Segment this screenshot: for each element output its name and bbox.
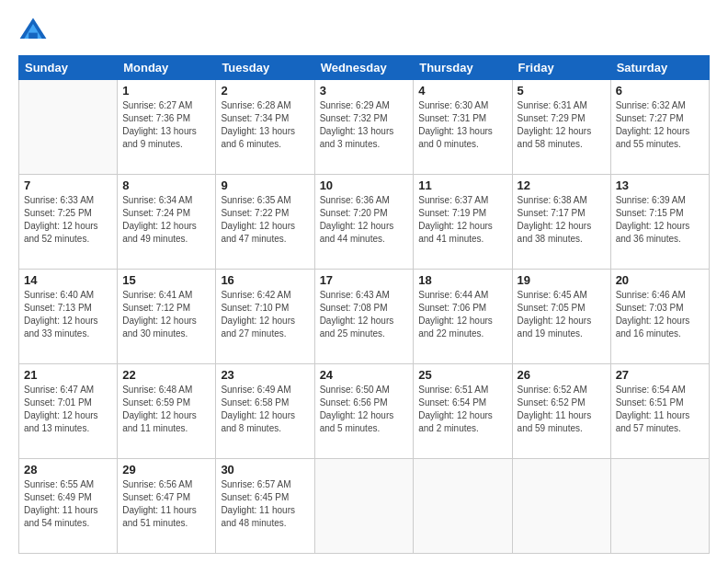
calendar-body: 1Sunrise: 6:27 AMSunset: 7:36 PMDaylight… xyxy=(19,80,710,554)
calendar-cell: 20Sunrise: 6:46 AMSunset: 7:03 PMDayligh… xyxy=(610,270,709,364)
day-info: Sunrise: 6:46 AMSunset: 7:03 PMDaylight:… xyxy=(616,289,704,340)
calendar-cell: 26Sunrise: 6:52 AMSunset: 6:52 PMDayligh… xyxy=(512,364,610,459)
day-info: Sunrise: 6:36 AMSunset: 7:20 PMDaylight:… xyxy=(320,194,409,246)
day-number: 12 xyxy=(518,178,606,192)
day-info: Sunrise: 6:33 AMSunset: 7:25 PMDaylight:… xyxy=(24,194,112,246)
day-info: Sunrise: 6:37 AMSunset: 7:19 PMDaylight:… xyxy=(418,194,506,246)
calendar-cell: 2Sunrise: 6:28 AMSunset: 7:34 PMDaylight… xyxy=(216,80,314,175)
calendar-cell: 16Sunrise: 6:42 AMSunset: 7:10 PMDayligh… xyxy=(216,270,314,364)
day-number: 17 xyxy=(320,273,409,287)
day-number: 15 xyxy=(122,273,210,287)
day-info: Sunrise: 6:27 AMSunset: 7:36 PMDaylight:… xyxy=(122,99,210,151)
calendar-cell: 25Sunrise: 6:51 AMSunset: 6:54 PMDayligh… xyxy=(414,364,512,459)
header xyxy=(18,17,710,46)
week-row-4: 28Sunrise: 6:55 AMSunset: 6:49 PMDayligh… xyxy=(19,459,710,554)
day-of-week-friday: Friday xyxy=(512,56,610,80)
day-info: Sunrise: 6:52 AMSunset: 6:52 PMDaylight:… xyxy=(518,384,606,435)
day-info: Sunrise: 6:38 AMSunset: 7:17 PMDaylight:… xyxy=(518,194,606,246)
day-info: Sunrise: 6:49 AMSunset: 6:58 PMDaylight:… xyxy=(221,384,309,435)
day-number: 24 xyxy=(320,368,409,382)
day-number: 11 xyxy=(418,178,506,192)
day-info: Sunrise: 6:32 AMSunset: 7:27 PMDaylight:… xyxy=(616,99,704,151)
day-number: 3 xyxy=(320,84,409,98)
day-of-week-sunday: Sunday xyxy=(19,56,118,80)
day-of-week-wednesday: Wednesday xyxy=(314,56,414,80)
day-info: Sunrise: 6:57 AMSunset: 6:45 PMDaylight:… xyxy=(221,478,309,530)
day-number: 5 xyxy=(518,84,606,98)
day-info: Sunrise: 6:40 AMSunset: 7:13 PMDaylight:… xyxy=(24,289,112,340)
day-number: 21 xyxy=(24,368,112,382)
day-number: 13 xyxy=(616,178,704,192)
page: SundayMondayTuesdayWednesdayThursdayFrid… xyxy=(0,0,728,563)
day-info: Sunrise: 6:54 AMSunset: 6:51 PMDaylight:… xyxy=(616,384,704,435)
day-info: Sunrise: 6:43 AMSunset: 7:08 PMDaylight:… xyxy=(320,289,409,340)
day-info: Sunrise: 6:35 AMSunset: 7:22 PMDaylight:… xyxy=(221,194,309,246)
day-of-week-tuesday: Tuesday xyxy=(216,56,314,80)
calendar-cell: 9Sunrise: 6:35 AMSunset: 7:22 PMDaylight… xyxy=(216,175,314,270)
day-info: Sunrise: 6:47 AMSunset: 7:01 PMDaylight:… xyxy=(24,384,112,435)
day-info: Sunrise: 6:31 AMSunset: 7:29 PMDaylight:… xyxy=(518,99,606,151)
day-number: 1 xyxy=(122,84,210,98)
day-info: Sunrise: 6:50 AMSunset: 6:56 PMDaylight:… xyxy=(320,384,409,435)
day-number: 22 xyxy=(122,368,210,382)
day-number: 2 xyxy=(221,84,309,98)
day-number: 6 xyxy=(616,84,704,98)
calendar-cell: 1Sunrise: 6:27 AMSunset: 7:36 PMDaylight… xyxy=(118,80,216,175)
calendar-cell: 22Sunrise: 6:48 AMSunset: 6:59 PMDayligh… xyxy=(118,364,216,459)
week-row-0: 1Sunrise: 6:27 AMSunset: 7:36 PMDaylight… xyxy=(19,80,710,175)
week-row-2: 14Sunrise: 6:40 AMSunset: 7:13 PMDayligh… xyxy=(19,270,710,364)
logo xyxy=(18,17,51,46)
day-info: Sunrise: 6:28 AMSunset: 7:34 PMDaylight:… xyxy=(221,99,309,151)
day-number: 25 xyxy=(418,368,506,382)
day-info: Sunrise: 6:55 AMSunset: 6:49 PMDaylight:… xyxy=(24,478,112,530)
day-number: 18 xyxy=(418,273,506,287)
days-of-week-row: SundayMondayTuesdayWednesdayThursdayFrid… xyxy=(19,56,710,80)
calendar-cell: 24Sunrise: 6:50 AMSunset: 6:56 PMDayligh… xyxy=(314,364,414,459)
week-row-1: 7Sunrise: 6:33 AMSunset: 7:25 PMDaylight… xyxy=(19,175,710,270)
day-number: 27 xyxy=(616,368,704,382)
calendar-cell: 5Sunrise: 6:31 AMSunset: 7:29 PMDaylight… xyxy=(512,80,610,175)
day-info: Sunrise: 6:51 AMSunset: 6:54 PMDaylight:… xyxy=(418,384,506,435)
svg-rect-2 xyxy=(28,33,38,39)
calendar-cell: 17Sunrise: 6:43 AMSunset: 7:08 PMDayligh… xyxy=(314,270,414,364)
calendar-cell: 11Sunrise: 6:37 AMSunset: 7:19 PMDayligh… xyxy=(414,175,512,270)
calendar-cell: 10Sunrise: 6:36 AMSunset: 7:20 PMDayligh… xyxy=(314,175,414,270)
calendar-cell: 27Sunrise: 6:54 AMSunset: 6:51 PMDayligh… xyxy=(610,364,709,459)
day-info: Sunrise: 6:30 AMSunset: 7:31 PMDaylight:… xyxy=(418,99,506,151)
calendar-cell: 23Sunrise: 6:49 AMSunset: 6:58 PMDayligh… xyxy=(216,364,314,459)
day-number: 16 xyxy=(221,273,309,287)
calendar-table: SundayMondayTuesdayWednesdayThursdayFrid… xyxy=(18,55,710,554)
day-number: 8 xyxy=(122,178,210,192)
day-info: Sunrise: 6:41 AMSunset: 7:12 PMDaylight:… xyxy=(122,289,210,340)
calendar-cell: 7Sunrise: 6:33 AMSunset: 7:25 PMDaylight… xyxy=(19,175,118,270)
calendar-cell xyxy=(19,80,118,175)
calendar-cell xyxy=(414,459,512,554)
calendar-cell xyxy=(610,459,709,554)
day-number: 20 xyxy=(616,273,704,287)
day-number: 29 xyxy=(122,463,210,477)
day-of-week-monday: Monday xyxy=(118,56,216,80)
calendar-cell: 15Sunrise: 6:41 AMSunset: 7:12 PMDayligh… xyxy=(118,270,216,364)
day-info: Sunrise: 6:39 AMSunset: 7:15 PMDaylight:… xyxy=(616,194,704,246)
day-number: 28 xyxy=(24,463,112,477)
day-info: Sunrise: 6:56 AMSunset: 6:47 PMDaylight:… xyxy=(122,478,210,530)
day-info: Sunrise: 6:42 AMSunset: 7:10 PMDaylight:… xyxy=(221,289,309,340)
calendar-cell: 19Sunrise: 6:45 AMSunset: 7:05 PMDayligh… xyxy=(512,270,610,364)
week-row-3: 21Sunrise: 6:47 AMSunset: 7:01 PMDayligh… xyxy=(19,364,710,459)
day-of-week-saturday: Saturday xyxy=(610,56,709,80)
day-info: Sunrise: 6:45 AMSunset: 7:05 PMDaylight:… xyxy=(518,289,606,340)
day-number: 23 xyxy=(221,368,309,382)
day-info: Sunrise: 6:29 AMSunset: 7:32 PMDaylight:… xyxy=(320,99,409,151)
calendar-cell: 30Sunrise: 6:57 AMSunset: 6:45 PMDayligh… xyxy=(216,459,314,554)
calendar-header: SundayMondayTuesdayWednesdayThursdayFrid… xyxy=(19,56,710,80)
day-info: Sunrise: 6:48 AMSunset: 6:59 PMDaylight:… xyxy=(122,384,210,435)
calendar-cell: 28Sunrise: 6:55 AMSunset: 6:49 PMDayligh… xyxy=(19,459,118,554)
calendar-cell: 18Sunrise: 6:44 AMSunset: 7:06 PMDayligh… xyxy=(414,270,512,364)
calendar-cell: 29Sunrise: 6:56 AMSunset: 6:47 PMDayligh… xyxy=(118,459,216,554)
day-info: Sunrise: 6:34 AMSunset: 7:24 PMDaylight:… xyxy=(122,194,210,246)
calendar-cell: 14Sunrise: 6:40 AMSunset: 7:13 PMDayligh… xyxy=(19,270,118,364)
calendar-cell xyxy=(314,459,414,554)
logo-icon xyxy=(18,17,48,46)
calendar-cell: 4Sunrise: 6:30 AMSunset: 7:31 PMDaylight… xyxy=(414,80,512,175)
day-number: 9 xyxy=(221,178,309,192)
